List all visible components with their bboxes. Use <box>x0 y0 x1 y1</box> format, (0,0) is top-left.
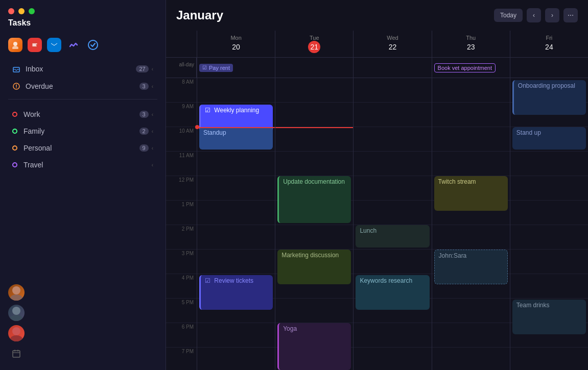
time-7pm: 7 PM <box>166 348 197 370</box>
fri-slot-2 <box>510 225 588 250</box>
fri-slot-3 <box>510 250 588 274</box>
event-standup-mon[interactable]: Standup <box>199 127 273 150</box>
divider <box>8 99 157 100</box>
family-chevron: ‹ <box>152 129 153 134</box>
wed-slot-12 <box>354 176 431 201</box>
tue-slot-9 <box>275 103 353 127</box>
overdue-icon <box>12 82 20 90</box>
avatar-2[interactable] <box>8 305 25 321</box>
sidebar-item-work[interactable]: Work 3 ‹ <box>4 106 161 122</box>
list-group: Work 3 ‹ Family 2 ‹ Personal 9 ‹ Travel … <box>0 104 166 176</box>
avatar-3[interactable] <box>8 325 25 341</box>
svg-point-0 <box>13 42 17 46</box>
inbox-icon <box>12 65 20 73</box>
review-checkbox: ☑ <box>205 277 210 284</box>
time-2pm: 2 PM <box>166 225 197 250</box>
day-col-tue[interactable]: Update documentation Marketing discussio… <box>275 78 353 370</box>
sidebar-item-inbox[interactable]: Inbox 27 ‹ <box>4 61 161 77</box>
tue-slot-8 <box>275 78 353 103</box>
close-button[interactable] <box>8 8 14 14</box>
mon-name: Mon <box>203 35 269 41</box>
event-john-sara[interactable]: John:Sara <box>434 250 508 284</box>
sidebar-item-overdue[interactable]: Overdue 3 ‹ <box>4 78 161 94</box>
event-book-vet[interactable]: Book vet appointment <box>434 63 496 72</box>
time-12pm: 12 PM <box>166 176 197 201</box>
prev-button[interactable]: ‹ <box>527 8 541 22</box>
work-dot <box>12 112 17 117</box>
pay-rent-checkbox: ☑ <box>202 65 207 70</box>
month-title: January <box>176 8 486 22</box>
time-10am: 10 AM <box>166 127 197 152</box>
wed-slot-1 <box>354 201 431 225</box>
work-chevron: ‹ <box>152 112 153 117</box>
calendar-sidebar-icon[interactable] <box>8 346 25 362</box>
day-col-fri[interactable]: Onboarding proposal Stand up Team drinks <box>510 78 588 370</box>
event-pay-rent[interactable]: ☑ Pay rent <box>199 64 233 72</box>
thu-slot-8 <box>432 78 510 103</box>
more-button[interactable]: ⋯ <box>563 8 578 22</box>
svg-point-9 <box>10 294 22 301</box>
event-review-tickets[interactable]: ☑ Review tickets <box>199 275 273 310</box>
event-twitch-stream[interactable]: Twitch stream <box>434 176 508 211</box>
event-marketing[interactable]: Marketing discussion <box>277 250 351 284</box>
thu-slot-10 <box>432 127 510 152</box>
today-button[interactable]: Today <box>494 9 523 22</box>
day-col-thu[interactable]: Twitch stream John:Sara <box>432 78 510 370</box>
time-6pm: 6 PM <box>166 323 197 348</box>
event-team-drinks[interactable]: Team drinks <box>512 300 586 334</box>
day-header-wed: Wed 22 <box>353 31 431 57</box>
event-yoga[interactable]: Yoga <box>277 323 351 370</box>
sidebar-item-personal[interactable]: Personal 9 ‹ <box>4 140 161 156</box>
inbox-chevron: ‹ <box>152 66 153 72</box>
yoga-label: Yoga <box>283 325 297 332</box>
day-col-wed[interactable]: Lunch Keywords research <box>353 78 431 370</box>
sidebar-bottom <box>0 276 166 370</box>
event-update-doc[interactable]: Update documentation <box>277 176 351 223</box>
tue-slot-11 <box>275 152 353 176</box>
pay-rent-label: Pay rent <box>209 65 230 71</box>
tue-name: Tue <box>281 35 347 41</box>
current-time-line-mon <box>197 127 275 128</box>
mon-slot-7 <box>197 348 275 370</box>
svg-point-1 <box>12 46 18 49</box>
personal-dot <box>12 145 17 151</box>
all-day-wed <box>353 58 431 78</box>
minimize-button[interactable] <box>18 8 25 14</box>
tue-slot-5 <box>275 299 353 323</box>
event-onboarding-proposal[interactable]: Onboarding proposal <box>512 80 586 115</box>
weekly-label: Weekly planning <box>214 107 259 114</box>
standup2-label: Stand up <box>516 129 541 136</box>
day-col-mon[interactable]: ☑ Weekly planning Standup ☑ Review ticke… <box>197 78 275 370</box>
calendar-header: January Today ‹ › ⋯ <box>166 0 588 31</box>
family-count: 2 <box>139 128 149 135</box>
todoist-icon[interactable] <box>28 38 42 52</box>
maximize-button[interactable] <box>29 8 35 14</box>
calendar-body: 8 AM 9 AM 10 AM 11 AM 12 PM 1 PM 2 PM 3 … <box>166 78 588 370</box>
avatar-1[interactable] <box>8 284 25 301</box>
weekly-checkbox: ☑ <box>205 107 210 114</box>
standup-label: Standup <box>203 129 226 136</box>
ticktick-icon[interactable] <box>86 38 100 52</box>
time-4pm: 4 PM <box>166 274 197 299</box>
marketing-label: Marketing discussion <box>281 252 339 259</box>
event-keywords-research[interactable]: Keywords research <box>356 275 429 310</box>
next-button[interactable]: › <box>545 8 559 22</box>
current-time-line-tue <box>275 127 353 128</box>
clickup-icon[interactable] <box>66 38 81 52</box>
outlook-icon[interactable] <box>47 38 61 52</box>
wed-slot-7 <box>354 348 431 370</box>
event-standup-fri[interactable]: Stand up <box>512 127 586 150</box>
wed-slot-3 <box>354 250 431 274</box>
orange-avatar-icon[interactable] <box>8 38 22 52</box>
inbox-label: Inbox <box>26 65 136 73</box>
overdue-label: Overdue <box>26 82 139 90</box>
fri-name: Fri <box>516 35 582 41</box>
event-lunch[interactable]: Lunch <box>356 225 429 248</box>
all-day-mon: ☑ Pay rent <box>197 58 275 78</box>
fri-slot-11 <box>510 152 588 176</box>
sidebar-item-travel[interactable]: Travel ‹ <box>4 157 161 173</box>
all-day-tue <box>275 58 353 78</box>
work-label: Work <box>23 110 139 118</box>
thu-slot-9 <box>432 103 510 127</box>
sidebar-item-family[interactable]: Family 2 ‹ <box>4 123 161 139</box>
